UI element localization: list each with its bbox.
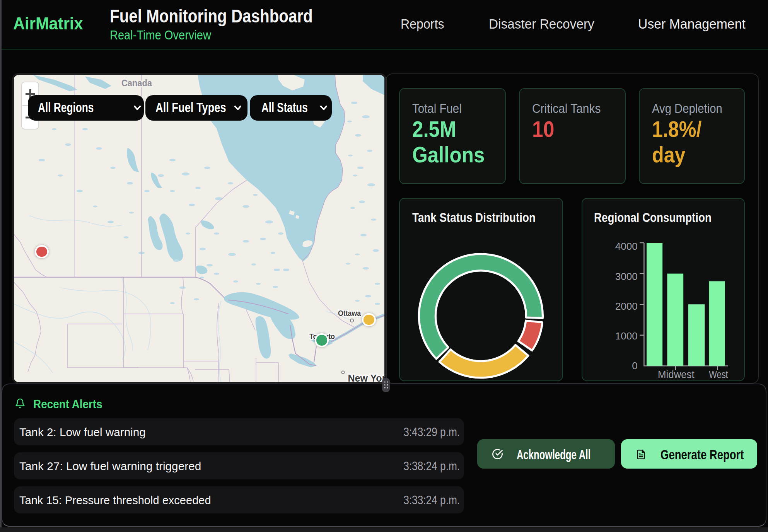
svg-text:3000: 3000 [615, 270, 638, 282]
svg-text:0: 0 [632, 360, 637, 371]
svg-text:4000: 4000 [615, 240, 638, 252]
svg-text:2000: 2000 [615, 300, 638, 312]
svg-text:Ottawa: Ottawa [338, 309, 361, 317]
svg-text:Midwest: Midwest [658, 368, 695, 380]
svg-text:1000: 1000 [615, 330, 638, 341]
svg-text:New York: New York [348, 372, 384, 382]
svg-text:Canada: Canada [121, 78, 152, 88]
svg-text:West: West [709, 368, 728, 380]
